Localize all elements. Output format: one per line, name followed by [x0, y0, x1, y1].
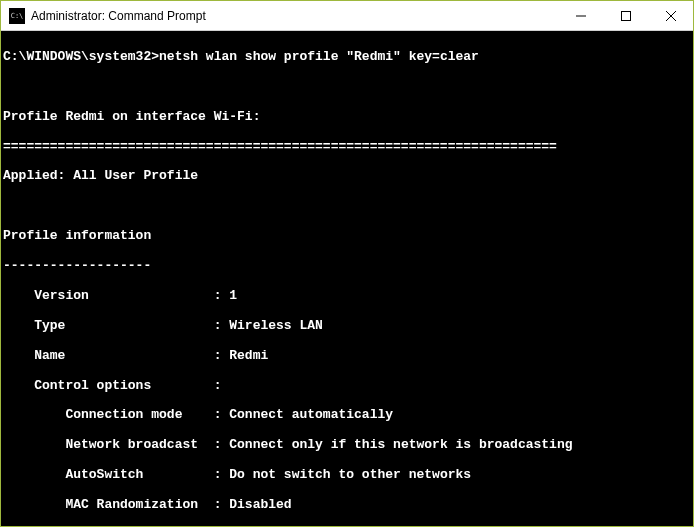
- separator-line: ========================================…: [3, 140, 691, 155]
- command-text: netsh wlan show profile "Redmi" key=clea…: [159, 49, 479, 64]
- field-row: Connection mode : Connect automatically: [3, 408, 691, 423]
- field-value: Connect only if this network is broadcas…: [229, 437, 572, 452]
- field-row: Name : Redmi: [3, 349, 691, 364]
- profile-header: Profile Redmi on interface Wi-Fi:: [3, 110, 691, 125]
- close-icon: [666, 11, 676, 21]
- titlebar[interactable]: Administrator: Command Prompt: [1, 1, 693, 31]
- blank-line: [3, 80, 691, 95]
- field-value: Wireless LAN: [229, 318, 323, 333]
- field-row: Control options :: [3, 379, 691, 394]
- field-label: Version :: [3, 288, 229, 303]
- field-label: Network broadcast :: [3, 437, 229, 452]
- terminal-output[interactable]: C:\WINDOWS\system32>netsh wlan show prof…: [1, 31, 693, 526]
- applied-line: Applied: All User Profile: [3, 169, 691, 184]
- section-profile-info: Profile information: [3, 229, 691, 244]
- command-prompt-window: Administrator: Command Prompt C:\WINDOWS…: [0, 0, 694, 527]
- field-value: 1: [229, 288, 237, 303]
- field-row: Version : 1: [3, 289, 691, 304]
- field-label: MAC Randomization :: [3, 497, 229, 512]
- minimize-icon: [576, 11, 586, 21]
- field-row: Network broadcast : Connect only if this…: [3, 438, 691, 453]
- maximize-button[interactable]: [603, 1, 648, 30]
- window-title: Administrator: Command Prompt: [31, 9, 558, 23]
- section-underline: -------------------: [3, 259, 691, 274]
- svg-rect-1: [621, 11, 630, 20]
- field-value: Redmi: [229, 348, 268, 363]
- field-value: Disabled: [229, 497, 291, 512]
- field-value: Connect automatically: [229, 407, 393, 422]
- maximize-icon: [621, 11, 631, 21]
- minimize-button[interactable]: [558, 1, 603, 30]
- field-label: Name :: [3, 348, 229, 363]
- prompt-path: C:\WINDOWS\system32>: [3, 49, 159, 64]
- titlebar-buttons: [558, 1, 693, 30]
- field-label: AutoSwitch :: [3, 467, 229, 482]
- field-value: Do not switch to other networks: [229, 467, 471, 482]
- field-label: Connection mode :: [3, 407, 229, 422]
- blank-line: [3, 199, 691, 214]
- field-row: AutoSwitch : Do not switch to other netw…: [3, 468, 691, 483]
- field-label: Type :: [3, 318, 229, 333]
- field-row: MAC Randomization : Disabled: [3, 498, 691, 513]
- close-button[interactable]: [648, 1, 693, 30]
- field-row: Type : Wireless LAN: [3, 319, 691, 334]
- prompt-line: C:\WINDOWS\system32>netsh wlan show prof…: [3, 50, 691, 65]
- command-prompt-icon: [9, 8, 25, 24]
